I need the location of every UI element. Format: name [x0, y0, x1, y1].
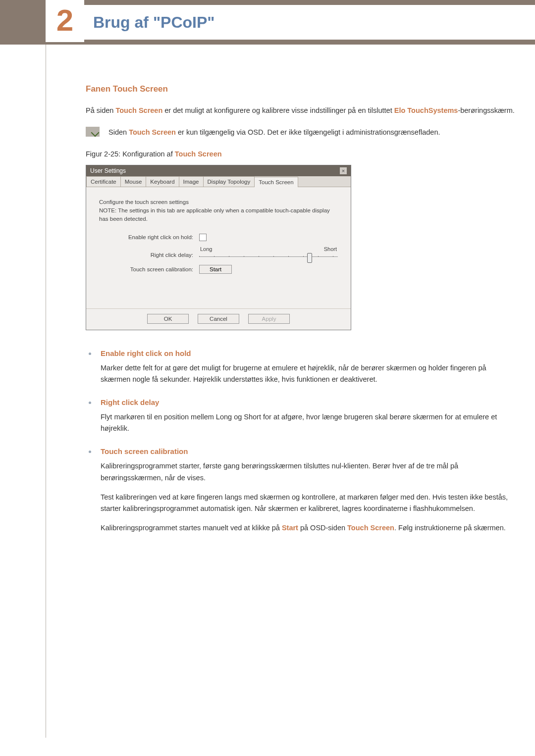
tab-keyboard[interactable]: Keyboard — [146, 176, 179, 187]
tab-display-topology[interactable]: Display Topology — [203, 176, 255, 187]
label-right-click-delay: Right click delay: — [99, 246, 199, 258]
label-calibration: Touch screen calibration: — [99, 266, 199, 272]
apply-button[interactable]: Apply — [248, 314, 290, 324]
note-icon — [86, 127, 100, 137]
highlight-touch-screen: Touch Screen — [347, 524, 394, 532]
note-row: Siden Touch Screen er kun tilgængelig vi… — [86, 127, 515, 138]
feature-body: Flyt markøren til en position mellem Lon… — [101, 411, 515, 434]
window-title: User Settings — [90, 167, 126, 174]
feature-title-enable-hold: Enable right click on hold — [101, 349, 515, 357]
window-titlebar: User Settings × — [86, 165, 351, 176]
chapter-title: Brug af "PCoIP" — [93, 13, 214, 32]
text: er kun tilgængelig via OSD. Det er ikke … — [176, 128, 440, 136]
tab-touch-screen[interactable]: Touch Screen — [254, 177, 298, 187]
feature-title-right-click-delay: Right click delay — [101, 398, 515, 406]
note-text: Siden Touch Screen er kun tilgængelig vi… — [108, 127, 440, 138]
ok-button[interactable]: OK — [147, 314, 189, 324]
highlight-elo: Elo TouchSystems — [394, 106, 458, 114]
text: er det muligt at konfigurere og kalibrer… — [162, 106, 394, 114]
screenshot-user-settings: User Settings × Certificate Mouse Keyboa… — [86, 165, 351, 330]
start-button[interactable]: Start — [199, 265, 232, 274]
list-item: Enable right click on hold Marker dette … — [86, 349, 515, 385]
tab-mouse[interactable]: Mouse — [120, 176, 147, 187]
chapter-number: 2 — [56, 2, 73, 38]
text: -berøringsskærm. — [458, 106, 514, 114]
feature-body: Kalibreringsprogrammet starter, første g… — [101, 460, 515, 483]
text: . Følg instruktionerne på skærmen. — [394, 524, 506, 532]
section-heading: Fanen Touch Screen — [86, 84, 515, 94]
text: Kalibreringsprogrammet startes manuelt v… — [101, 524, 282, 532]
highlight-touch-screen: Touch Screen — [175, 150, 222, 158]
slider-label-short: Short — [324, 246, 337, 252]
text: Configure the touch screen settings — [99, 199, 189, 205]
highlight-start: Start — [282, 524, 298, 532]
tab-image[interactable]: Image — [179, 176, 204, 187]
close-icon[interactable]: × — [340, 167, 347, 174]
slider-right-click-delay[interactable] — [199, 253, 338, 260]
text: Figur 2-25: Konfiguration af — [86, 150, 175, 158]
text: Siden — [108, 128, 129, 136]
tabs-row: Certificate Mouse Keyboard Image Display… — [86, 176, 351, 187]
left-margin-rule — [0, 45, 46, 738]
tab-intro: Configure the touch screen settings NOTE… — [99, 198, 338, 224]
highlight-touch-screen: Touch Screen — [129, 128, 176, 136]
feature-body: Marker dette felt for at gøre det muligt… — [101, 362, 515, 385]
list-item: Right click delay Flyt markøren til en p… — [86, 398, 515, 434]
intro-paragraph: På siden Touch Screen er det muligt at k… — [86, 105, 515, 116]
label-enable-hold: Enable right click on hold: — [99, 234, 199, 240]
tab-certificate[interactable]: Certificate — [86, 176, 121, 187]
slider-thumb[interactable] — [307, 253, 312, 263]
feature-body: Test kalibreringen ved at køre fingeren … — [101, 492, 515, 514]
text: NOTE: The settings in this tab are appli… — [99, 207, 330, 222]
cancel-button[interactable]: Cancel — [198, 314, 239, 324]
figure-caption: Figur 2-25: Konfiguration af Touch Scree… — [86, 150, 515, 158]
text: På siden — [86, 106, 115, 114]
feature-body: Kalibreringsprogrammet startes manuelt v… — [101, 522, 515, 534]
checkbox-enable-hold[interactable] — [199, 234, 207, 241]
text: på OSD-siden — [298, 524, 347, 532]
slider-label-long: Long — [200, 246, 212, 252]
feature-title-calibration: Touch screen calibration — [101, 447, 515, 455]
highlight-touch-screen: Touch Screen — [115, 106, 162, 114]
list-item: Touch screen calibration Kalibreringspro… — [86, 447, 515, 534]
